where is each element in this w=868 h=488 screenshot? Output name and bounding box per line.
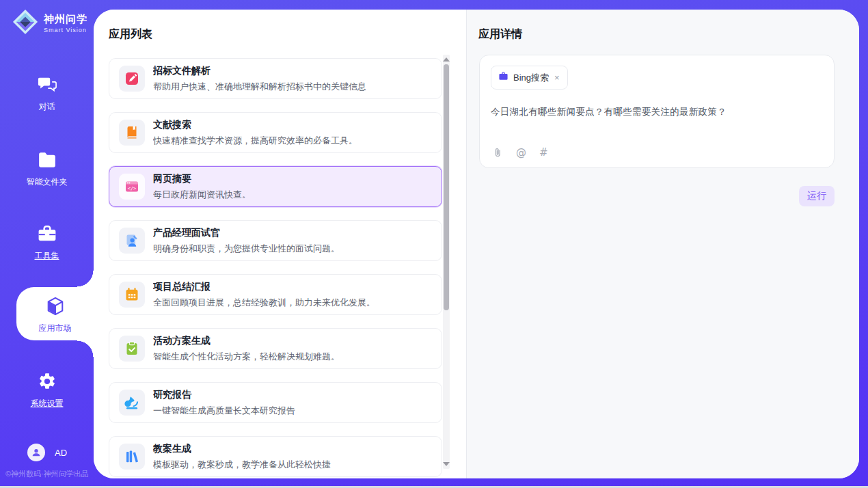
sidebar-item-settings[interactable]: 系统设置 — [0, 372, 94, 409]
run-button[interactable]: 运行 — [799, 186, 835, 206]
toolbox-icon — [38, 224, 57, 243]
app-item-name: 招标文件解析 — [153, 65, 366, 77]
app-detail-title: 应用详情 — [478, 27, 522, 42]
browser-code-icon: </> — [119, 174, 145, 200]
scrollbar-thumb[interactable] — [444, 64, 449, 310]
app-item-description: 明确身份和职责，为您提供专业性的面试问题。 — [153, 243, 340, 255]
scroll-up-icon[interactable] — [443, 57, 450, 62]
copyright-text: ©神州数码·神州问学出品 — [5, 469, 99, 479]
cube-icon — [46, 297, 65, 316]
app-item-description: 快速精准查找学术资源，提高研究效率的必备工具。 — [153, 135, 357, 147]
sidebar-item-label: 系统设置 — [31, 398, 64, 408]
clipboard-check-icon — [119, 336, 145, 362]
app-list-item[interactable]: </>网页摘要每日政府新闻资讯快查。 — [109, 166, 442, 207]
app-list-item[interactable]: 招标文件解析帮助用户快速、准确地理解和解析招标书中的关键信息 — [109, 58, 442, 99]
content-panel: 应用列表 招标文件解析帮助用户快速、准确地理解和解析招标书中的关键信息文献搜索快… — [94, 10, 859, 478]
scroll-down-icon[interactable] — [443, 462, 450, 466]
gear-icon — [38, 372, 57, 391]
sidebar-item-label: 应用市场 — [39, 323, 72, 333]
folder-icon — [38, 150, 57, 170]
app-item-texts: 网页摘要每日政府新闻资讯快查。 — [153, 173, 251, 201]
app-item-description: 模板驱动，教案秒成，教学准备从此轻松快捷 — [153, 459, 331, 471]
sidebar-item-smart-folder[interactable]: 智能文件夹 — [0, 150, 94, 188]
briefcase-icon — [498, 71, 508, 84]
app-list-item[interactable]: 研究报告一键智能生成高质量长文本研究报告 — [109, 382, 442, 423]
app-list: 招标文件解析帮助用户快速、准确地理解和解析招标书中的关键信息文献搜索快速精准查找… — [109, 58, 442, 478]
tool-tag-label: Bing搜索 — [513, 72, 549, 84]
app-list-item[interactable]: 教案生成模板驱动，教案秒成，教学准备从此轻松快捷 — [109, 436, 442, 477]
sidebar-item-label: 智能文件夹 — [27, 177, 68, 187]
app-item-name: 活动方案生成 — [153, 335, 340, 347]
logo-diamond-icon — [12, 9, 38, 38]
microscope-icon — [119, 390, 145, 416]
app-list-item[interactable]: 产品经理面试官明确身份和职责，为您提供专业性的面试问题。 — [109, 220, 442, 261]
input-toolbar: @ # — [492, 146, 548, 159]
app-item-name: 研究报告 — [153, 389, 295, 401]
sidebar-item-label: 工具集 — [35, 251, 59, 260]
chat-icon — [38, 75, 57, 94]
scrollbar[interactable] — [443, 55, 450, 469]
app-list-panel: 应用列表 招标文件解析帮助用户快速、准确地理解和解析招标书中的关键信息文献搜索快… — [94, 10, 467, 478]
app-logo: 神州问学 Smart Vision — [12, 9, 87, 38]
app-background: 神州问学 Smart Vision 对话智能文件夹工具集应用市场系统设置 AD … — [0, 0, 868, 486]
tool-tag-bing-search[interactable]: Bing搜索 × — [491, 66, 568, 90]
app-item-texts: 活动方案生成智能生成个性化活动方案，轻松解决规划难题。 — [153, 335, 340, 363]
app-item-texts: 研究报告一键智能生成高质量长文本研究报告 — [153, 389, 295, 417]
user-name: AD — [55, 448, 67, 458]
application-window: 神州问学 Smart Vision 对话智能文件夹工具集应用市场系统设置 AD … — [0, 0, 868, 488]
app-detail-panel: 应用详情 Bing搜索 × 今日湖北有哪些新闻要点？有哪些需要关注的最新政策？ — [467, 10, 859, 478]
calendar-icon — [119, 282, 145, 308]
at-mention-icon[interactable]: @ — [516, 146, 526, 159]
app-item-name: 项目总结汇报 — [153, 281, 375, 293]
app-item-description: 全面回顾项目进展，总结经验教训，助力未来优化发展。 — [153, 297, 375, 309]
svg-text:</>: </> — [128, 186, 137, 191]
logo-subtitle: Smart Vision — [44, 27, 87, 33]
app-item-description: 帮助用户快速、准确地理解和解析招标书中的关键信息 — [153, 81, 366, 93]
user-row[interactable]: AD — [27, 444, 67, 461]
books-icon — [119, 444, 145, 470]
app-item-description: 智能生成个性化活动方案，轻松解决规划难题。 — [153, 351, 340, 363]
app-item-texts: 教案生成模板驱动，教案秒成，教学准备从此轻松快捷 — [153, 443, 331, 471]
sidebar-item-label: 对话 — [39, 102, 55, 111]
app-item-texts: 产品经理面试官明确身份和职责，为您提供专业性的面试问题。 — [153, 227, 340, 255]
sidebar-item-app-market[interactable]: 应用市场 — [16, 287, 94, 340]
avatar[interactable] — [27, 444, 45, 461]
app-list-item[interactable]: 项目总结汇报全面回顾项目进展，总结经验教训，助力未来优化发展。 — [109, 274, 442, 315]
app-item-texts: 招标文件解析帮助用户快速、准确地理解和解析招标书中的关键信息 — [153, 65, 366, 93]
tab-curve-bottom — [77, 340, 94, 357]
sidebar-item-chat[interactable]: 对话 — [0, 75, 94, 113]
paperclip-icon[interactable] — [492, 147, 503, 158]
app-item-texts: 项目总结汇报全面回顾项目进展，总结经验教训，助力未来优化发展。 — [153, 281, 375, 309]
app-item-name: 产品经理面试官 — [153, 227, 340, 239]
prompt-card: Bing搜索 × 今日湖北有哪些新闻要点？有哪些需要关注的最新政策？ @ # — [479, 55, 835, 168]
app-item-name: 教案生成 — [153, 443, 331, 455]
tab-curve-top — [77, 271, 94, 287]
logo-title: 神州问学 — [44, 13, 87, 26]
interviewer-icon — [119, 228, 145, 254]
app-item-name: 文献搜索 — [153, 119, 357, 131]
book-icon — [119, 120, 145, 146]
hash-icon[interactable]: # — [539, 146, 548, 159]
app-list-title: 应用列表 — [109, 27, 152, 42]
sidebar-item-toolset[interactable]: 工具集 — [0, 224, 94, 262]
app-item-description: 一键智能生成高质量长文本研究报告 — [153, 405, 295, 417]
sidebar: 神州问学 Smart Vision 对话智能文件夹工具集应用市场系统设置 AD … — [0, 0, 94, 486]
pen-square-icon — [119, 66, 145, 92]
app-list-item[interactable]: 活动方案生成智能生成个性化活动方案，轻松解决规划难题。 — [109, 328, 442, 369]
close-icon[interactable]: × — [554, 73, 560, 82]
app-item-name: 网页摘要 — [153, 173, 251, 185]
app-item-texts: 文献搜索快速精准查找学术资源，提高研究效率的必备工具。 — [153, 119, 357, 147]
query-text[interactable]: 今日湖北有哪些新闻要点？有哪些需要关注的最新政策？ — [491, 106, 823, 118]
app-list-item[interactable]: 文献搜索快速精准查找学术资源，提高研究效率的必备工具。 — [109, 112, 442, 153]
app-item-description: 每日政府新闻资讯快查。 — [153, 189, 251, 201]
